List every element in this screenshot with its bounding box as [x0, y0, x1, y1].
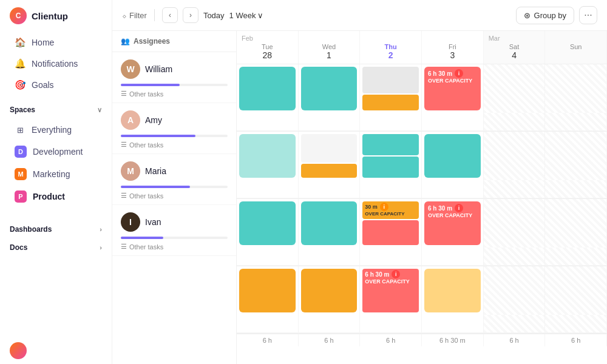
cal-cell [545, 315, 607, 332]
tasks-icon: ☰ [121, 192, 127, 200]
sidebar-item-label: Everything [32, 125, 72, 135]
assignees-header: 👥 Assignees [112, 31, 236, 52]
cal-cell [360, 113, 422, 130]
cal-cell [237, 113, 299, 130]
sidebar-item-notifications[interactable]: 🔔 Notifications [5, 53, 107, 74]
sidebar-bottom [0, 337, 112, 364]
more-options-button[interactable]: ··· [579, 6, 597, 24]
group-by-button[interactable]: ⊛ Group by [516, 7, 574, 24]
chevron-right-icon: › [100, 244, 102, 251]
bottom-cell: 6 h [360, 334, 422, 346]
dashboards-section[interactable]: Dashboards › [0, 218, 112, 236]
cal-cell [422, 248, 484, 265]
sidebar-item-everything[interactable]: ⊞ Everything [5, 120, 107, 140]
info-icon: i [455, 204, 463, 212]
sidebar-item-product[interactable]: P Product [5, 186, 107, 207]
cal-cell: 30 m i OVER CAPACITY [360, 199, 422, 248]
calendar-row: 6 h 30 m i OVER CAPACITY [237, 266, 607, 315]
info-icon: i [455, 69, 463, 78]
assignee-name: William [145, 64, 172, 74]
cal-cell [484, 180, 546, 198]
cal-cell: 6 h 30 m i OVER CAPACITY [360, 266, 422, 315]
calendar-grid: Feb Tue 28 Wed 1 Thu 2 Fri 3 [237, 31, 607, 364]
day-header-sat4: Mar Sat 4 [484, 31, 546, 64]
cal-cell [545, 180, 607, 198]
day-num: 4 [489, 50, 540, 60]
progress-bar [121, 186, 190, 188]
cal-cell-weekend [484, 132, 546, 180]
assignee-row-amy: A Amy ☰ Other tasks [112, 103, 236, 154]
sidebar-item-label: Product [33, 192, 65, 201]
cal-cell-weekend [545, 199, 607, 248]
cal-cell [422, 266, 484, 315]
docs-section[interactable]: Docs › [0, 236, 112, 254]
workload-block [239, 201, 296, 245]
cal-cell [545, 248, 607, 265]
prev-button[interactable]: ‹ [162, 7, 178, 23]
calendar-row [237, 132, 607, 180]
day-num: 2 [365, 50, 416, 60]
cal-cell [237, 266, 299, 315]
sidebar-item-home[interactable]: 🏠 Home [5, 32, 107, 53]
cal-cell [484, 315, 546, 332]
user-avatar [10, 342, 27, 359]
workload-block [424, 134, 481, 178]
day-name: Sun [550, 43, 602, 50]
assignee-name: Maria [145, 166, 166, 176]
sidebar-nav: 🏠 Home 🔔 Notifications 🎯 Goals [0, 29, 112, 98]
sidebar-item-marketing[interactable]: M Marketing [5, 163, 107, 185]
day-name: Wed [304, 43, 355, 50]
cal-cell-weekend [484, 266, 546, 315]
goals-icon: 🎯 [15, 79, 25, 90]
bottom-cell: 6 h [299, 334, 361, 346]
logo-text: Clientup [32, 11, 68, 21]
chevron-right-icon: › [100, 226, 102, 233]
other-tasks: ☰ Other tasks [121, 90, 228, 98]
week-selector[interactable]: 1 Week ∨ [229, 11, 264, 20]
assignee-info: I Ivan [121, 212, 228, 232]
layers-icon: ⊛ [524, 11, 531, 20]
tasks-icon: ☰ [121, 243, 127, 251]
over-capacity-label: OVER CAPACITY [365, 278, 416, 285]
sidebar-item-development[interactable]: D Development [5, 141, 107, 163]
cal-cell [360, 180, 422, 198]
marketing-badge: M [15, 168, 27, 180]
spaces-nav: ⊞ Everything D Development M Marketing P… [0, 116, 112, 211]
tasks-row [237, 180, 607, 198]
workload-block: 30 m i OVER CAPACITY [362, 201, 419, 219]
filter-icon: ⬦ [122, 11, 127, 20]
cal-cell [360, 248, 422, 265]
logo: C Clientup [0, 0, 112, 29]
sidebar: C Clientup 🏠 Home 🔔 Notifications 🎯 Goal… [0, 0, 112, 364]
cal-cell [237, 132, 299, 180]
other-tasks: ☰ Other tasks [121, 192, 228, 200]
cal-cell [237, 248, 299, 265]
cal-cell [422, 315, 484, 332]
cal-cell [484, 248, 546, 265]
bell-icon: 🔔 [15, 58, 25, 69]
today-button[interactable]: Today [203, 11, 225, 20]
assignees-panel: 👥 Assignees W William ☰ Other tasks [112, 31, 237, 364]
cal-cell [422, 180, 484, 198]
avatar-maria: M [121, 161, 140, 181]
progress-bar-wrap [121, 186, 228, 188]
cal-cell: 6 h 30 m i OVER CAPACITY [422, 64, 484, 113]
workload-block [424, 269, 481, 312]
cal-cell: 6 h 30 m i OVER CAPACITY [422, 199, 484, 248]
month-label [427, 35, 478, 42]
day-header-tue28: Feb Tue 28 [237, 31, 299, 64]
filter-button[interactable]: ⬦ Filter [122, 11, 147, 20]
cal-cell [545, 113, 607, 130]
sidebar-item-goals[interactable]: 🎯 Goals [5, 75, 107, 95]
next-button[interactable]: › [183, 7, 198, 23]
assignee-row-william: W William ☰ Other tasks [112, 52, 236, 103]
bottom-cell: 6 h [545, 334, 607, 346]
cal-cell-weekend [545, 266, 607, 315]
cal-cell [237, 180, 299, 198]
workload-block: 6 h 30 m i OVER CAPACITY [362, 269, 419, 312]
tasks-row [237, 113, 607, 131]
day-header-wed1: Wed 1 [299, 31, 361, 64]
toolbar-divider [154, 9, 155, 21]
progress-bar-wrap [121, 135, 228, 137]
workload-block: 6 h 30 m i OVER CAPACITY [424, 201, 481, 245]
